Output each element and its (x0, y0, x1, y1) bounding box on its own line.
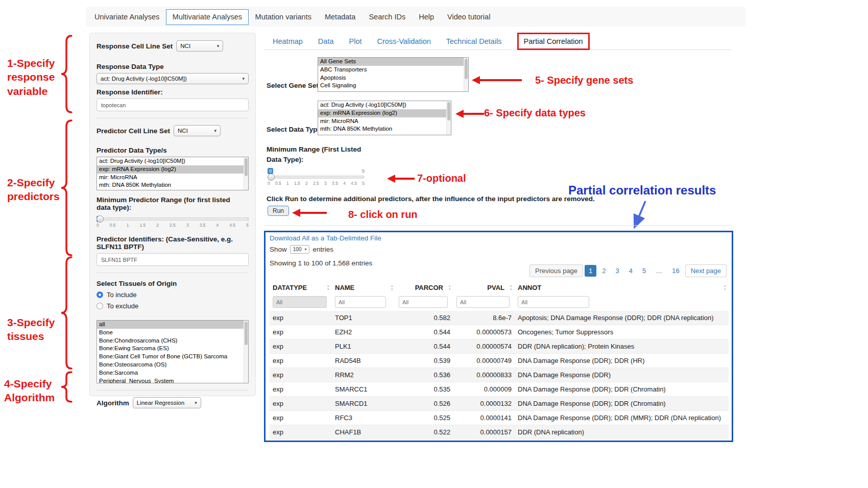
annotation-step6: 6- Specify data types (484, 106, 586, 119)
table-row[interactable]: exp RRM2 0.536 0.00000833 DNA Damage Res… (270, 368, 729, 382)
scrollbar[interactable] (446, 101, 451, 135)
response-data-type-select[interactable]: act: Drug Activity (-log10[IC50M]) ▾ (97, 73, 249, 84)
listbox-option[interactable]: ABC Transporters (318, 66, 468, 74)
column-header-pval[interactable]: PVAL▲▼ (453, 281, 515, 295)
sort-icon[interactable]: ▲▼ (391, 284, 394, 291)
table-row[interactable]: exp RAD54B 0.539 0.00000749 DNA Damage R… (270, 354, 729, 368)
scrollbar[interactable] (464, 58, 468, 91)
column-header-datatype[interactable]: DATATYPE▲▼ (270, 281, 332, 295)
data-types-listbox: act: Drug Activity (-log10[IC50M]) exp: … (318, 101, 451, 135)
min-range-slider[interactable]: 0 5 00.511.522.533.544.55 (268, 169, 365, 186)
listbox-option[interactable]: Bone (97, 329, 248, 337)
tab-heatmap[interactable]: Heatmap (273, 37, 303, 45)
pagination-page-3[interactable]: 3 (612, 265, 623, 277)
nav-metadata[interactable]: Metadata (318, 9, 362, 25)
nav-mutation-variants[interactable]: Mutation variants (249, 9, 318, 25)
cell-annot: Oncogenes; Tumor Suppressors (515, 325, 729, 339)
pagination-page-5[interactable]: 5 (638, 265, 650, 277)
filter-pval-input[interactable] (456, 296, 510, 308)
scrollbar[interactable] (244, 157, 248, 190)
pagination-page-4[interactable]: 4 (625, 265, 637, 277)
listbox-option-selected[interactable]: all (97, 321, 248, 329)
table-row[interactable]: exp PLK1 0.544 0.00000574 DDR (DNA repli… (270, 339, 729, 354)
sort-icon[interactable]: ▲▼ (327, 284, 330, 291)
pagination-page-1[interactable]: 1 (585, 265, 596, 277)
filter-datatype-input[interactable] (273, 296, 327, 308)
listbox-option[interactable]: Cell Signaling (318, 82, 468, 90)
show-entries-select[interactable]: 100 ▾ (290, 245, 310, 254)
app-root: Univariate Analyses Multivariate Analyse… (0, 0, 868, 488)
download-tab-delimited-link[interactable]: Download All as a Tab-Delimited File (270, 234, 381, 242)
listbox-option-selected[interactable]: All Gene Sets (318, 58, 468, 66)
sort-icon[interactable]: ▲▼ (510, 284, 513, 291)
listbox-option[interactable]: Peripheral_Nervous_System (97, 377, 248, 383)
nav-multivariate-analyses[interactable]: Multivariate Analyses (166, 9, 248, 25)
table-row[interactable]: exp RFC3 0.525 0.0000141 DNA Damage Resp… (270, 411, 729, 425)
listbox-option[interactable]: act: Drug Activity (-log10[IC50M]) (318, 101, 451, 109)
pagination-page-2[interactable]: 2 (598, 265, 610, 277)
pagination-previous-button[interactable]: Previous page (529, 264, 583, 277)
table-row[interactable]: exp TOP1 0.582 8.6e-7 Apoptosis; DNA Dam… (270, 311, 729, 325)
table-row[interactable]: exp CHAF1B 0.522 0.0000157 DDR (DNA repl… (270, 425, 729, 440)
cell-datatype: exp (270, 339, 332, 354)
slider-track[interactable] (268, 176, 365, 179)
nav-univariate-analyses[interactable]: Univariate Analyses (88, 9, 166, 25)
slider-track[interactable] (97, 217, 249, 221)
response-cell-line-set-select[interactable]: NCI ▾ (176, 40, 223, 52)
pagination-next-button[interactable]: Next page (685, 264, 727, 277)
min-predictor-range-slider[interactable]: 0 5 00.511.522.533.544.55 (97, 217, 249, 228)
listbox-option[interactable]: mir: MicroRNA (318, 117, 451, 126)
sort-icon[interactable]: ▲▼ (724, 284, 727, 291)
listbox-option[interactable]: Bone:Sarcoma (97, 369, 248, 377)
listbox-option[interactable]: Apoptosis (318, 74, 468, 82)
header-row: DATATYPE▲▼ NAME▲▼ PARCOR▲▼ PVAL▲▼ ANNOT▲… (270, 281, 729, 295)
response-identifier-input[interactable] (97, 99, 249, 111)
cell-parcor: 0.544 (396, 325, 453, 339)
response-identifier-label: Response Identifier: (97, 88, 249, 96)
scrollbar[interactable] (244, 321, 248, 383)
cell-parcor: 0.544 (396, 339, 453, 354)
listbox-option[interactable]: mir: MicroRNA (97, 174, 248, 182)
listbox-option[interactable]: mth: DNA 850K Methylation (318, 125, 451, 133)
algorithm-select[interactable]: Linear Regression ▾ (133, 397, 201, 408)
slider-handle[interactable] (97, 215, 104, 223)
slider-handle[interactable] (268, 174, 275, 181)
filter-annot-input[interactable] (518, 296, 589, 308)
nav-help[interactable]: Help (412, 9, 441, 25)
sort-icon[interactable]: ▲▼ (448, 284, 451, 291)
predictor-cell-line-set-select[interactable]: NCI ▾ (174, 125, 221, 136)
table-row[interactable]: exp EZH2 0.544 0.00000573 Oncogenes; Tum… (270, 325, 729, 339)
tissue-include-radio[interactable]: To include (97, 291, 249, 299)
tab-cross-validation[interactable]: Cross-Validation (377, 37, 430, 45)
cell-parcor: 0.526 (396, 397, 453, 411)
listbox-option-selected[interactable]: exp: mRNA Expression (log2) (97, 165, 248, 174)
tab-partial-correlation[interactable]: Partial Correlation (517, 33, 590, 50)
filter-parcor-input[interactable] (399, 296, 448, 308)
listbox-option[interactable]: act: Drug Activity (-log10[IC50M]) (97, 157, 248, 165)
table-row[interactable]: exp SMARCC1 0.535 0.000009 DNA Damage Re… (270, 382, 729, 397)
nav-search-ids[interactable]: Search IDs (362, 9, 412, 25)
radio-selected-icon (97, 291, 103, 298)
tab-technical-details[interactable]: Technical Details (446, 37, 502, 45)
column-header-annot[interactable]: ANNOT▲▼ (515, 281, 729, 295)
results-table: DATATYPE▲▼ NAME▲▼ PARCOR▲▼ PVAL▲▼ ANNOT▲… (270, 281, 729, 440)
run-button[interactable]: Run (268, 206, 289, 216)
listbox-option[interactable]: Bone:Osteosarcoma (OS) (97, 361, 248, 369)
divider (97, 390, 249, 391)
predictor-identifiers-input[interactable] (97, 253, 249, 266)
tissue-exclude-radio[interactable]: To exclude (97, 302, 249, 310)
column-header-name[interactable]: NAME▲▼ (332, 281, 396, 295)
listbox-option[interactable]: Bone:Giant Cell Tumor of Bone (GCTB) Sar… (97, 353, 248, 361)
tab-plot[interactable]: Plot (349, 37, 361, 45)
algorithm-label: Algorithm (97, 399, 129, 407)
listbox-option-selected[interactable]: exp: mRNA Expression (log2) (318, 109, 451, 117)
listbox-option[interactable]: mth: DNA 850K Methylation (97, 181, 248, 189)
listbox-option[interactable]: Bone:Ewing Sarcoma (ES) (97, 345, 248, 353)
listbox-option[interactable]: Bone:Chondrosarcoma (CHS) (97, 337, 248, 345)
filter-name-input[interactable] (335, 296, 386, 308)
table-row[interactable]: exp SMARCD1 0.526 0.0000132 DNA Damage R… (270, 397, 729, 411)
nav-video-tutorial[interactable]: Video tutorial (441, 9, 497, 25)
column-header-parcor[interactable]: PARCOR▲▼ (396, 281, 453, 295)
tab-data[interactable]: Data (318, 37, 334, 45)
pagination-page-16[interactable]: 16 (668, 265, 683, 277)
